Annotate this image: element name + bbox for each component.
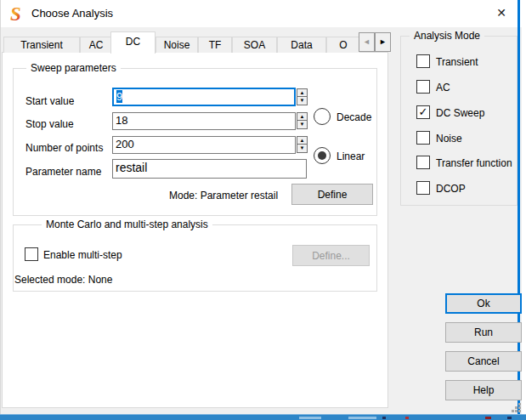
ok-button[interactable]: Ok: [445, 293, 522, 314]
screen: S Choose Analysis ✕ Transient AC DC Nois…: [0, 0, 526, 420]
dc-tab-page: Sweep parameters Start value 9 ▲ ▼ Stop …: [2, 52, 388, 408]
taskbar-artifact: [485, 417, 491, 419]
stop-value-label: Stop value: [25, 118, 74, 130]
tab-ac[interactable]: AC: [80, 37, 112, 53]
choose-analysis-dialog: S Choose Analysis ✕ Transient AC DC Nois…: [0, 0, 522, 414]
number-of-points-spinner: ▲ ▼: [297, 136, 308, 153]
taskbar-artifact: [382, 417, 386, 419]
close-icon[interactable]: ✕: [496, 6, 506, 20]
tab-scroll-right-icon[interactable]: ►: [375, 32, 391, 52]
checkmark-icon: ✓: [419, 105, 428, 118]
start-value-spinner: ▲ ▼: [297, 88, 308, 105]
taskbar-sliver: [0, 414, 526, 420]
linear-radio[interactable]: [314, 147, 331, 164]
taskbar-artifact: [405, 417, 409, 419]
svg-text:S: S: [10, 4, 21, 24]
noise-checkbox-label: Noise: [436, 133, 462, 145]
taskbar-artifact: [348, 417, 376, 419]
sweep-parameters-group-title: Sweep parameters: [26, 62, 121, 74]
start-value-selected-text: 9: [116, 90, 122, 103]
taskbar-artifact: [299, 417, 321, 419]
dcop-checkbox-label: DCOP: [436, 183, 466, 195]
analysis-mode-group: Analysis Mode Transient AC ✓ DC Sweep No…: [400, 36, 518, 206]
parameter-name-label: Parameter name: [25, 166, 101, 178]
tab-tf[interactable]: TF: [198, 37, 232, 53]
parameter-name-input[interactable]: restail: [112, 159, 307, 179]
help-button[interactable]: Help: [445, 380, 522, 400]
number-of-points-spin-down-icon[interactable]: ▼: [297, 145, 308, 153]
decade-radio[interactable]: [314, 108, 331, 125]
tab-overflow[interactable]: O: [326, 37, 360, 53]
start-value-label: Start value: [25, 95, 74, 107]
selected-mode-text: Selected mode: None: [14, 274, 112, 286]
start-value-input[interactable]: 9: [112, 88, 296, 106]
transfer-function-checkbox[interactable]: [416, 156, 430, 169]
number-of-points-label: Number of points: [25, 142, 103, 154]
transfer-function-checkbox-label: Transfer function: [436, 157, 512, 169]
enable-multi-step-label: Enable multi-step: [43, 249, 122, 261]
tab-dc[interactable]: DC: [110, 31, 156, 54]
monte-carlo-group-title: Monte Carlo and multi-step analysis: [42, 219, 212, 230]
title-bar: S Choose Analysis ✕: [1, 0, 522, 27]
start-value-spin-down-icon[interactable]: ▼: [297, 97, 308, 105]
tab-transient[interactable]: Transient: [3, 37, 80, 53]
start-value-spin-up-icon[interactable]: ▲: [297, 88, 308, 97]
taskbar-artifact: [507, 417, 512, 419]
linear-radio-label: Linear: [337, 150, 365, 162]
dc-sweep-checkbox-label: DC Sweep: [436, 107, 484, 119]
stop-value-spinner: ▲ ▼: [297, 112, 308, 129]
window-title: Choose Analysis: [31, 7, 113, 20]
number-of-points-spin-up-icon[interactable]: ▲: [297, 136, 308, 145]
ac-checkbox-label: AC: [436, 82, 450, 94]
transient-checkbox[interactable]: [416, 54, 430, 68]
app-logo-icon: S: [9, 4, 25, 24]
resize-grip[interactable]: [512, 403, 522, 413]
tab-strip: Transient AC DC Noise TF SOA Data O ◄ ►: [1, 31, 392, 53]
enable-multi-step-checkbox[interactable]: [25, 247, 38, 261]
run-button[interactable]: Run: [445, 322, 522, 343]
linear-radio-dot: [318, 151, 326, 160]
tab-data[interactable]: Data: [277, 37, 326, 53]
analysis-mode-group-title: Analysis Mode: [410, 30, 484, 42]
monte-carlo-define-button: Define...: [292, 245, 370, 266]
ac-checkbox[interactable]: [416, 80, 430, 94]
stop-value-spin-down-icon[interactable]: ▼: [297, 121, 308, 129]
dcop-checkbox[interactable]: [416, 181, 430, 195]
noise-checkbox[interactable]: [416, 131, 430, 145]
tab-scroll-left-icon[interactable]: ◄: [359, 32, 375, 52]
stop-value-input[interactable]: 18: [112, 112, 296, 130]
dc-sweep-checkbox[interactable]: ✓: [416, 105, 430, 119]
transient-checkbox-label: Transient: [436, 56, 478, 68]
stop-value-spin-up-icon[interactable]: ▲: [297, 112, 308, 121]
sweep-define-button[interactable]: Define: [291, 184, 373, 205]
sweep-mode-text: Mode: Parameter restail: [169, 190, 278, 201]
tab-soa[interactable]: SOA: [232, 37, 277, 53]
tab-noise[interactable]: Noise: [156, 37, 198, 53]
decade-radio-label: Decade: [337, 111, 371, 123]
cancel-button[interactable]: Cancel: [445, 351, 522, 372]
number-of-points-input[interactable]: 200: [112, 136, 296, 154]
